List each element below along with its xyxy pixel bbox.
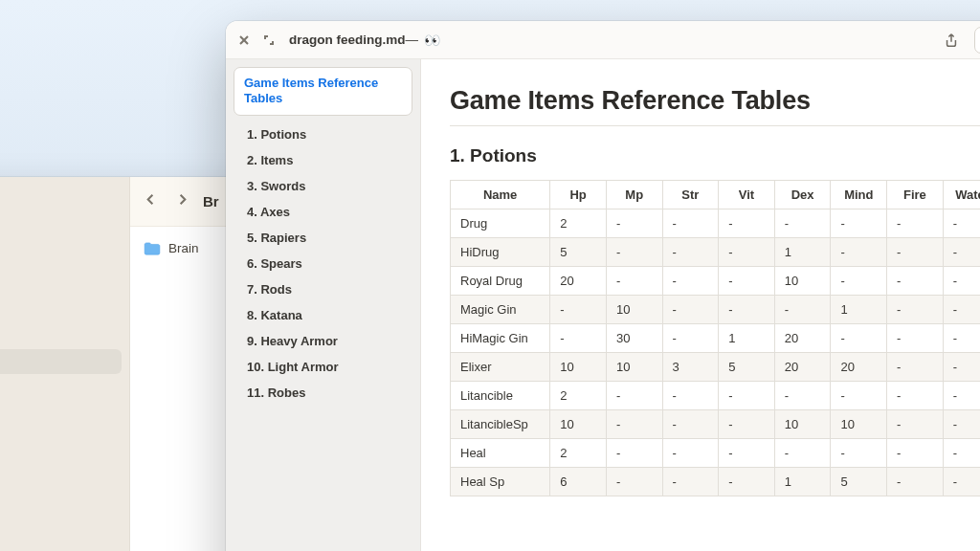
table-cell: 10 bbox=[550, 353, 607, 382]
table-cell: HiDrug bbox=[451, 238, 550, 267]
toc-item[interactable]: 5. Rapiers bbox=[234, 225, 412, 251]
table-row: Elixer1010352020--10 bbox=[451, 353, 981, 382]
table-cell: - bbox=[662, 382, 719, 410]
open-with-button[interactable]: Open with Tex bbox=[974, 27, 980, 54]
forward-button[interactable] bbox=[175, 192, 189, 210]
table-cell: 20 bbox=[831, 353, 887, 382]
sidebar-item[interactable]: iCloud Drive bbox=[0, 374, 122, 399]
table-cell: 10 bbox=[831, 410, 887, 439]
document-content[interactable]: Game Items Reference Tables 1. Potions N… bbox=[421, 59, 980, 551]
table-cell: - bbox=[887, 353, 944, 382]
table-cell: - bbox=[719, 382, 775, 410]
toc-item[interactable]: 7. Rods bbox=[234, 276, 412, 302]
sidebar-item[interactable]: AirDrop bbox=[0, 399, 122, 424]
sidebar-item[interactable]: Documents bbox=[0, 349, 122, 374]
table-header-cell: Mp bbox=[606, 181, 662, 209]
table-cell: Elixer bbox=[451, 353, 550, 382]
table-cell: - bbox=[550, 296, 607, 324]
table-header-cell: Hp bbox=[550, 181, 607, 209]
toc-item[interactable]: 8. Katana bbox=[234, 302, 412, 328]
fullscreen-button[interactable] bbox=[260, 32, 278, 49]
table-cell: - bbox=[606, 468, 662, 496]
table-cell: - bbox=[831, 324, 887, 353]
table-cell: - bbox=[831, 439, 887, 468]
table-cell: - bbox=[943, 209, 980, 238]
sidebar-item[interactable]: Applications bbox=[0, 324, 122, 349]
table-cell: - bbox=[943, 468, 980, 496]
table-cell: - bbox=[606, 209, 662, 238]
table-cell: - bbox=[719, 296, 775, 324]
quicklook-filename: dragon feeding.md bbox=[289, 33, 406, 47]
table-cell: - bbox=[943, 267, 980, 296]
folder-label: Brain bbox=[168, 241, 199, 255]
toc-item[interactable]: 3. Swords bbox=[234, 173, 412, 199]
back-button[interactable] bbox=[144, 192, 158, 210]
table-cell: - bbox=[774, 296, 831, 324]
table-cell: 10 bbox=[774, 410, 831, 439]
table-cell: - bbox=[887, 468, 944, 496]
page-title: Game Items Reference Tables bbox=[450, 86, 980, 126]
table-cell: - bbox=[662, 468, 719, 496]
toc-title-card[interactable]: Game Items Reference Tables bbox=[234, 67, 412, 116]
table-cell: 2 bbox=[550, 209, 607, 238]
close-button[interactable] bbox=[235, 32, 253, 49]
section-heading: 1. Potions bbox=[450, 145, 980, 166]
toc-item[interactable]: 6. Spears bbox=[234, 251, 412, 276]
table-cell: - bbox=[831, 267, 887, 296]
table-row: LitancibleSp10---1010--2 bbox=[451, 410, 981, 439]
table-cell: - bbox=[943, 238, 980, 267]
toc-item[interactable]: 10. Light Armor bbox=[234, 354, 412, 380]
table-cell: Drug bbox=[451, 209, 550, 238]
table-cell: 20 bbox=[774, 324, 831, 353]
table-cell: - bbox=[662, 439, 719, 468]
table-cell: Magic Gin bbox=[451, 296, 550, 324]
table-cell: 1 bbox=[774, 238, 831, 267]
table-cell: - bbox=[662, 267, 719, 296]
sidebar-item[interactable]: justinpot bbox=[0, 250, 122, 275]
share-button[interactable] bbox=[938, 27, 965, 54]
toc-item[interactable]: 4. Axes bbox=[234, 199, 412, 225]
table-row: Royal Drug20---10---2 bbox=[451, 267, 981, 296]
table-cell: 20 bbox=[550, 267, 607, 296]
table-cell: HiMagic Gin bbox=[451, 324, 550, 353]
table-cell: - bbox=[662, 238, 719, 267]
table-cell: 5 bbox=[831, 468, 887, 496]
sidebar-item[interactable]: AirPot bbox=[0, 479, 122, 504]
table-cell: 6 bbox=[550, 468, 607, 496]
table-cell: 2 bbox=[550, 382, 607, 410]
quicklook-titlebar[interactable]: dragon feeding.md — 👀 Open with Tex bbox=[226, 21, 980, 59]
table-cell: 1 bbox=[831, 296, 887, 324]
sidebar-item[interactable]: Macintosh HD bbox=[0, 504, 122, 529]
table-cell: - bbox=[887, 382, 944, 410]
table-row: Litancible2-------- bbox=[451, 382, 981, 410]
table-cell: 10 bbox=[550, 410, 607, 439]
table-cell: - bbox=[831, 209, 887, 238]
table-cell: - bbox=[774, 209, 831, 238]
toc-item[interactable]: 2. Items bbox=[234, 147, 412, 173]
sidebar-item[interactable]: Downloads bbox=[0, 299, 122, 324]
toc-item[interactable]: 1. Potions bbox=[234, 121, 412, 147]
table-header-cell: Fire bbox=[887, 181, 944, 209]
table-cell: - bbox=[887, 296, 944, 324]
table-cell: - bbox=[887, 439, 944, 468]
quicklook-window: dragon feeding.md — 👀 Open with Tex Game… bbox=[226, 21, 980, 551]
sidebar-item[interactable]: Recents bbox=[0, 424, 122, 449]
sidebar-item[interactable]: Desktop bbox=[0, 275, 122, 299]
table-cell: LitancibleSp bbox=[451, 410, 550, 439]
toc-sidebar[interactable]: Game Items Reference Tables 1. Potions2.… bbox=[226, 59, 421, 551]
table-cell: 10 bbox=[774, 267, 831, 296]
table-cell: - bbox=[943, 439, 980, 468]
toc-item[interactable]: 11. Robes bbox=[234, 380, 412, 406]
table-cell: 1 bbox=[719, 324, 775, 353]
table-cell: - bbox=[887, 238, 944, 267]
table-row: HiMagic Gin-30-120---1 bbox=[451, 324, 981, 353]
toc-item[interactable]: 9. Heavy Armor bbox=[234, 328, 412, 354]
table-cell: - bbox=[606, 267, 662, 296]
table-cell: - bbox=[943, 296, 980, 324]
table-cell: - bbox=[606, 439, 662, 468]
table-row: Heal2-------- bbox=[451, 439, 981, 468]
table-cell: - bbox=[662, 209, 719, 238]
folder-icon bbox=[144, 242, 161, 255]
table-cell: - bbox=[719, 267, 775, 296]
sidebar-section-header: vorites bbox=[0, 219, 129, 250]
